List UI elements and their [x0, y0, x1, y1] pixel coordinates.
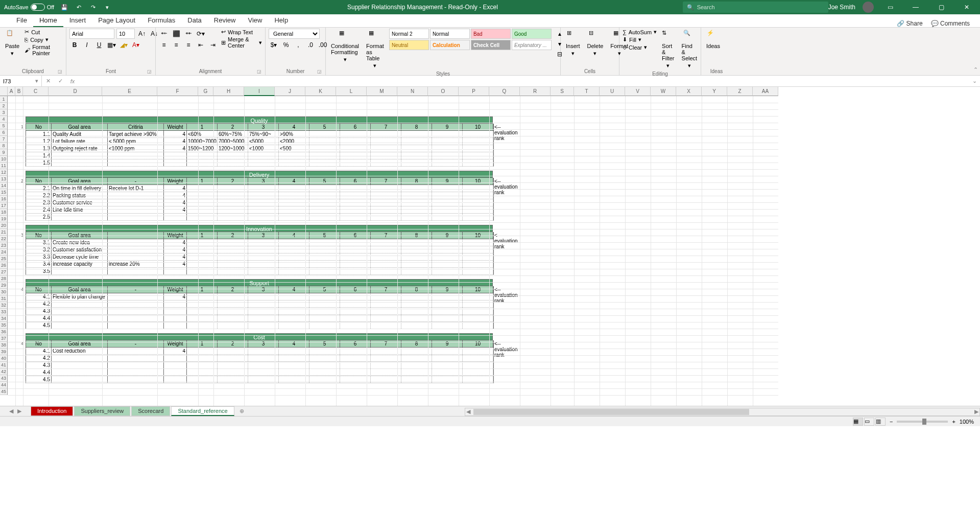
table-cell[interactable] — [401, 322, 432, 329]
sheet-tab-suppliers_review[interactable]: Suppliers_review — [74, 406, 130, 416]
row-header[interactable]: 10 — [0, 156, 8, 163]
table-cell[interactable]: 2.4 — [26, 206, 52, 213]
row-header[interactable]: 40 — [0, 355, 8, 362]
align-bottom-icon[interactable]: ⬵ — [183, 29, 194, 39]
table-cell[interactable] — [248, 185, 279, 192]
column-header[interactable]: C — [23, 87, 49, 96]
table-cell[interactable] — [164, 362, 187, 368]
table-cell[interactable] — [279, 301, 309, 307]
sheet-tab-standard_reference[interactable]: Standard_reference — [171, 406, 234, 416]
ribbon-tab-insert[interactable]: Insert — [63, 14, 92, 27]
table-cell[interactable]: 1.2 — [26, 138, 52, 145]
table-cell[interactable] — [401, 301, 432, 307]
table-cell[interactable] — [279, 253, 309, 260]
column-header[interactable]: T — [574, 87, 600, 96]
table-cell[interactable] — [401, 214, 432, 220]
table-cell[interactable] — [463, 322, 493, 329]
table-cell[interactable] — [309, 206, 340, 213]
style-check-cell[interactable]: Check Cell — [471, 40, 511, 50]
table-cell[interactable]: <5000 — [248, 138, 279, 145]
paste-button[interactable]: 📋 Paste ▾ — [3, 29, 21, 58]
column-header[interactable]: J — [275, 87, 305, 96]
table-cell[interactable] — [401, 138, 432, 145]
enter-formula-icon[interactable]: ✓ — [54, 76, 66, 86]
table-cell[interactable] — [248, 261, 279, 267]
table-cell[interactable]: <60% — [187, 131, 218, 137]
column-header[interactable]: N — [397, 87, 428, 96]
ribbon-tab-formulas[interactable]: Formulas — [141, 14, 181, 27]
table-cell[interactable] — [279, 214, 309, 220]
column-header[interactable]: Y — [702, 87, 727, 96]
table-cell[interactable]: 3.3 — [26, 253, 52, 260]
table-cell[interactable] — [187, 206, 218, 213]
dialog-launcher-icon[interactable]: ◲ — [57, 69, 63, 75]
column-header[interactable]: U — [600, 87, 625, 96]
table-cell[interactable]: <2000 — [279, 138, 309, 145]
style-calculation[interactable]: Calculation — [430, 40, 470, 50]
row-header[interactable]: 30 — [0, 289, 8, 295]
cancel-formula-icon[interactable]: ✕ — [42, 76, 54, 86]
table-cell[interactable]: Receive lot D-1 — [108, 185, 164, 192]
ribbon-tab-help[interactable]: Help — [268, 14, 294, 27]
autosave-toggle[interactable]: AutoSave Off — [4, 4, 54, 11]
align-center-icon[interactable]: ≡ — [171, 40, 181, 50]
table-cell[interactable] — [401, 261, 432, 267]
ribbon-tab-data[interactable]: Data — [181, 14, 207, 27]
row-header[interactable]: 26 — [0, 262, 8, 269]
column-header[interactable]: P — [459, 87, 489, 96]
row-header[interactable]: 9 — [0, 149, 8, 156]
table-cell[interactable] — [463, 214, 493, 220]
table-cell[interactable]: < 5000 ppm — [108, 138, 164, 145]
zoom-in-icon[interactable]: + — [952, 419, 955, 425]
save-icon[interactable]: 💾 — [60, 3, 68, 11]
bold-button[interactable]: B — [69, 40, 80, 50]
percent-icon[interactable]: % — [281, 40, 291, 50]
share-button[interactable]: 🔗 Share — [897, 20, 922, 27]
table-cell[interactable] — [187, 301, 218, 307]
table-cell[interactable] — [218, 246, 248, 253]
table-cell[interactable] — [279, 293, 309, 300]
table-cell[interactable] — [248, 362, 279, 368]
add-sheet-icon[interactable]: ⊕ — [240, 408, 244, 414]
table-cell[interactable]: increase 20% — [108, 261, 164, 267]
maximize-icon[interactable]: ▢ — [932, 0, 950, 14]
style-normal[interactable]: Normal — [430, 29, 470, 39]
row-header[interactable]: 4 — [0, 116, 8, 123]
table-cell[interactable]: Target achieve >90% — [108, 131, 164, 137]
table-cell[interactable] — [108, 246, 164, 253]
style-explanatory[interactable]: Explanatory ... — [512, 40, 552, 50]
table-cell[interactable] — [340, 322, 371, 329]
find-select-button[interactable]: 🔍Find & Select▾ — [680, 29, 700, 70]
row-header[interactable]: 31 — [0, 295, 8, 302]
table-cell[interactable] — [279, 206, 309, 213]
sort-filter-button[interactable]: ⇅Sort & Filter▾ — [660, 29, 676, 70]
table-cell[interactable]: Outgoing reject rate — [52, 145, 108, 152]
format-painter-button[interactable]: 🖌 Format Painter — [25, 44, 63, 56]
table-cell[interactable] — [463, 206, 493, 213]
table-cell[interactable] — [432, 145, 463, 152]
row-header[interactable]: 20 — [0, 222, 8, 229]
border-button[interactable]: ▦▾ — [106, 40, 116, 50]
table-cell[interactable] — [340, 131, 371, 137]
font-size-select[interactable] — [116, 29, 135, 39]
row-header[interactable]: 28 — [0, 275, 8, 282]
table-cell[interactable] — [463, 138, 493, 145]
table-cell[interactable]: 4 — [164, 293, 187, 300]
table-cell[interactable] — [340, 293, 371, 300]
table-cell[interactable]: Customer satisfaction — [52, 246, 108, 253]
table-cell[interactable] — [309, 261, 340, 267]
row-header[interactable]: 1 — [0, 96, 8, 103]
row-header[interactable]: 42 — [0, 368, 8, 375]
table-cell[interactable]: 75%~90~ — [248, 131, 279, 137]
ribbon-tab-file[interactable]: File — [10, 14, 33, 27]
dialog-launcher-icon[interactable]: ◲ — [316, 69, 322, 75]
table-cell[interactable] — [371, 145, 401, 152]
row-header[interactable]: 36 — [0, 329, 8, 335]
table-cell[interactable] — [309, 322, 340, 329]
table-cell[interactable]: 10000~7000 — [187, 138, 218, 145]
column-header[interactable]: Z — [727, 87, 753, 96]
table-cell[interactable] — [187, 246, 218, 253]
table-cell[interactable]: 1.1 — [26, 131, 52, 137]
format-as-table-button[interactable]: ▦Format as Table▾ — [364, 29, 386, 70]
table-cell[interactable]: 4 — [164, 145, 187, 152]
